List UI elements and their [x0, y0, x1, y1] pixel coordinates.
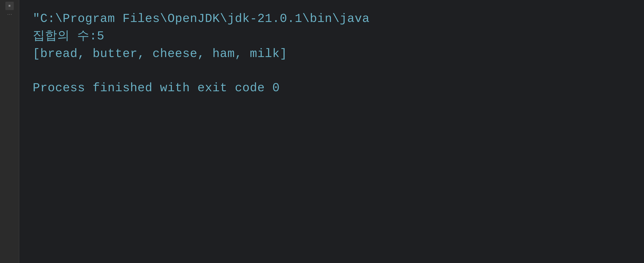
terminal-window: ■ ⋮ "C:\Program Files\OpenJDK\jdk-21.0.1… — [0, 0, 644, 263]
gutter-dots[interactable]: ⋮ — [7, 12, 12, 17]
left-gutter: ■ ⋮ — [0, 0, 19, 263]
output-line-count: 집합의 수:5 — [33, 28, 630, 45]
output-line-list: [bread, butter, cheese, ham, milk] — [33, 45, 630, 62]
dots-icon: ⋮ — [7, 12, 12, 17]
output-line-empty — [33, 62, 630, 76]
output-line-process: Process finished with exit code 0 — [33, 79, 630, 97]
terminal-output: "C:\Program Files\OpenJDK\jdk-21.0.1\bin… — [19, 0, 644, 263]
gutter-icon-1[interactable]: ■ — [5, 2, 14, 10]
output-line-java-path: "C:\Program Files\OpenJDK\jdk-21.0.1\bin… — [33, 10, 630, 28]
square-icon: ■ — [8, 4, 10, 8]
